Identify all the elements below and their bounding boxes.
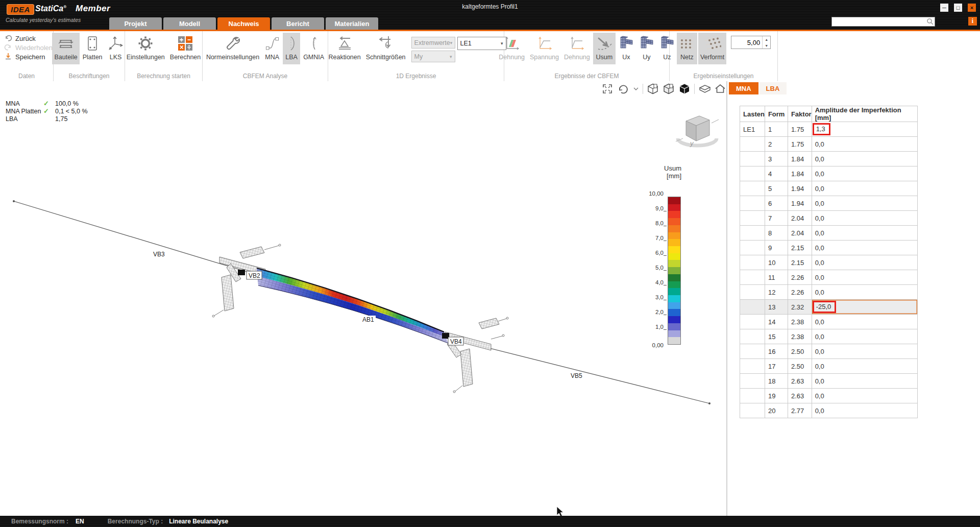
save-button[interactable]: Speichern — [4, 52, 53, 61]
berechnen-button[interactable]: Berechnen — [168, 33, 203, 64]
mna-icon — [264, 34, 280, 53]
table-row[interactable]: 162.500,0 — [740, 344, 918, 359]
lba-button[interactable]: LBA — [283, 33, 300, 64]
table-row[interactable]: 202.770,0 — [740, 403, 918, 418]
gear-icon — [137, 34, 154, 53]
column-header[interactable]: Faktor — [788, 106, 812, 122]
tab-bericht[interactable]: Bericht — [272, 17, 324, 30]
search-input[interactable] — [833, 17, 927, 26]
table-row[interactable]: 172.500,0 — [740, 359, 918, 374]
einstellungen-button[interactable]: Einstellungen — [125, 33, 167, 64]
column-header[interactable]: Lasten — [740, 106, 765, 122]
uy-button[interactable]: Uy — [637, 33, 656, 64]
result-tab-mna[interactable]: MNA — [729, 82, 758, 94]
table-row[interactable]: 132.32-25,0 — [740, 300, 918, 315]
document-title: kaltgeformtes Profil1 — [0, 3, 980, 10]
table-row[interactable]: 152.380,0 — [740, 329, 918, 344]
table-row[interactable]: 31.840,0 — [740, 152, 918, 166]
mna-button[interactable]: MNA — [262, 33, 282, 64]
table-header-row: LastenFormFaktorAmplitude der Imperfekti… — [740, 106, 918, 122]
table-row[interactable]: 122.260,0 — [740, 285, 918, 300]
table-row[interactable]: 61.940,0 — [740, 196, 918, 211]
model-canvas[interactable]: VB3 VB2 AB1 VB4 VB5 — [0, 81, 726, 516]
deformed-grid-icon — [704, 34, 721, 53]
ribbon-group-cbfem-ergebnisse: Dehnung Spannung Dehnung Usum Ux Uy — [504, 31, 670, 81]
spannung-button: Spannung — [528, 33, 561, 64]
gmnia-button[interactable]: GMNIA — [301, 33, 326, 64]
close-button[interactable]: × — [968, 4, 976, 12]
maximize-button[interactable]: □ — [954, 4, 962, 12]
group-caption: Daten — [0, 73, 53, 80]
tab-nachweis[interactable]: Nachweis — [217, 17, 270, 30]
legend-tick-mark — [664, 329, 667, 330]
undo-button[interactable]: Zurück — [4, 34, 53, 43]
strain2-icon — [569, 34, 585, 53]
model-viewport[interactable]: MNA✓100,0 %MNA Platten✓0,1 < 5,0 %LBA1,7… — [0, 81, 726, 516]
table-row[interactable]: 72.040,0 — [740, 211, 918, 226]
idea-logo: IDEA — [7, 4, 34, 15]
normeinstellungen-button[interactable]: Normeinstellungen — [204, 33, 261, 64]
result-tab-lba[interactable]: LBA — [759, 82, 787, 94]
table-row[interactable]: 41.840,0 — [740, 166, 918, 181]
internal-forces-icon — [376, 34, 396, 53]
netz-button[interactable]: Netz — [677, 33, 697, 64]
lks-button[interactable]: LKS — [106, 33, 126, 64]
table-row[interactable]: 92.150,0 — [740, 241, 918, 255]
ux-button[interactable]: Ux — [617, 33, 636, 64]
annotation-box: -25,0 — [813, 301, 837, 313]
redo-button: Wiederholen — [4, 43, 53, 52]
spin-up-icon[interactable]: ▲ — [763, 36, 770, 42]
app-window: IDEA StatiCa® Member Calculate yesterday… — [0, 0, 980, 527]
legend-tick-mark — [664, 315, 667, 315]
table-row[interactable]: 21.750,0 — [740, 137, 918, 152]
legend-tick-mark — [664, 241, 667, 241]
search-icon[interactable] — [926, 18, 934, 27]
search-box — [831, 17, 935, 27]
table-row[interactable]: 142.380,0 — [740, 315, 918, 329]
calculator-icon — [178, 34, 193, 53]
table-row[interactable]: LE111.751,3 — [740, 122, 918, 137]
platten-button[interactable]: Platten — [81, 33, 105, 64]
minimize-button[interactable]: ─ — [940, 4, 948, 12]
table-row[interactable]: 82.040,0 — [740, 226, 918, 241]
legend-tick: 8,0 — [655, 220, 664, 226]
tab-projekt[interactable]: Projekt — [109, 17, 162, 30]
table-row[interactable]: 182.630,0 — [740, 374, 918, 389]
verformt-button[interactable]: Verformt — [698, 33, 726, 64]
table-row[interactable]: 192.630,0 — [740, 389, 918, 403]
usum-button[interactable]: Usum — [593, 33, 616, 64]
table-row[interactable]: 51.940,0 — [740, 181, 918, 196]
group-caption: Ergebnisse der CBFEM — [504, 73, 669, 80]
plate-icon — [85, 34, 100, 53]
member-label-ab1: AB1 — [362, 316, 374, 323]
group-caption: Ergebniseinstellungen — [670, 73, 777, 80]
stress-icon — [536, 34, 553, 53]
mesh-deformation-icon — [619, 34, 634, 53]
scale-input[interactable] — [731, 36, 762, 49]
schnittgroessen-button[interactable]: Schnittgrößen — [364, 33, 408, 64]
mesh-deformation-icon — [639, 34, 654, 53]
group-caption: 1D Ergebnisse — [328, 73, 504, 80]
column-header[interactable]: Amplitude der Imperfektion [mm] — [812, 106, 917, 122]
legend-tick: 6,0 — [655, 250, 664, 256]
calc-type-value: Lineare Beulanalyse — [169, 518, 228, 525]
lba-icon — [285, 34, 298, 53]
table-row[interactable]: 112.260,0 — [740, 270, 918, 285]
legend-tick: 7,0 — [655, 235, 664, 241]
column-header[interactable]: Form — [765, 106, 788, 122]
table-row[interactable]: 102.150,0 — [740, 255, 918, 270]
reaktionen-button[interactable]: Reaktionen — [326, 33, 362, 64]
ribbon-group-berechnung: Einstellungen Berechnen Berechnung start… — [125, 31, 203, 81]
spin-down-icon[interactable]: ▼ — [763, 42, 770, 49]
dehnung2-button: Dehnung — [562, 33, 592, 64]
results-panel: MNALBA LastenFormFaktorAmplitude der Imp… — [727, 81, 980, 516]
table-body: LE111.751,321.750,031.840,041.840,051.94… — [740, 122, 918, 418]
tab-materialien[interactable]: Materialien — [326, 17, 378, 30]
bauteile-button[interactable]: Bauteile — [52, 33, 79, 64]
legend-tick-mark — [664, 300, 667, 300]
tab-modell[interactable]: Modell — [163, 17, 216, 30]
legend-tick-mark — [664, 255, 667, 256]
save-icon — [4, 52, 12, 62]
info-button[interactable]: i — [968, 17, 977, 26]
undo-icon — [4, 34, 12, 43]
